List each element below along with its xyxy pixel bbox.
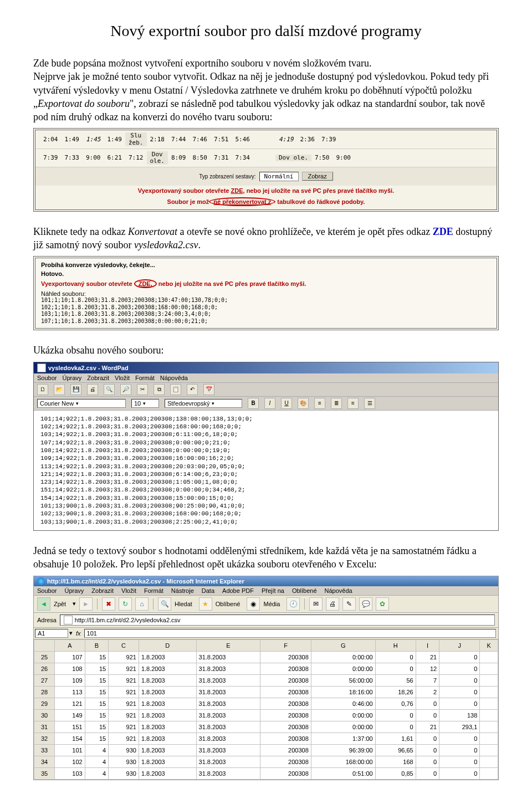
wordpad-editor[interactable]: 101;14;922;1.8.2003;31.8.2003;200308;138… xyxy=(34,411,498,530)
cell[interactable]: 1,61 xyxy=(375,733,416,744)
name-box[interactable]: A1 xyxy=(35,629,68,638)
favorites-label[interactable]: Oblíbené xyxy=(216,601,241,607)
cell[interactable]: 0 xyxy=(375,651,416,663)
table-row[interactable]: 3510349301.8.200331.8.20032003080:51:000… xyxy=(34,767,498,779)
col-header[interactable]: G xyxy=(311,639,375,651)
table-row[interactable]: 29121159211.8.200331.8.20032003080:46:00… xyxy=(34,698,498,709)
home-button[interactable]: ⌂ xyxy=(135,597,149,611)
copy-icon[interactable]: ⧉ xyxy=(154,384,165,395)
bullets-button[interactable]: ☰ xyxy=(364,398,375,409)
cell[interactable]: 200308 xyxy=(260,663,311,674)
open-icon[interactable]: 📂 xyxy=(54,384,65,395)
cell[interactable]: 200308 xyxy=(260,733,311,744)
back-label[interactable]: Zpět xyxy=(54,601,66,607)
font-name-combo[interactable]: Courier New xyxy=(37,399,126,408)
menu-item[interactable]: Soubor xyxy=(37,587,57,594)
refresh-button[interactable]: ↻ xyxy=(119,597,132,611)
cell[interactable]: 15 xyxy=(85,733,108,744)
cell[interactable]: 4 xyxy=(85,767,108,779)
cell[interactable]: 31.8.2003 xyxy=(196,756,260,767)
cell[interactable] xyxy=(480,767,498,779)
edit-icon[interactable]: ✎ xyxy=(342,597,356,611)
cell[interactable]: 1.8.2003 xyxy=(139,733,196,744)
media-icon[interactable]: ◉ xyxy=(247,597,260,611)
cell[interactable]: 200308 xyxy=(260,698,311,709)
col-header[interactable]: E xyxy=(196,639,260,651)
cell[interactable]: 31.8.2003 xyxy=(196,733,260,744)
cell[interactable]: 0 xyxy=(416,709,439,721)
cell[interactable]: 200308 xyxy=(260,709,311,721)
col-header[interactable]: K xyxy=(480,639,498,651)
cut-icon[interactable]: ✂ xyxy=(137,384,148,395)
cell[interactable]: 0 xyxy=(416,733,439,744)
address-field[interactable]: http://l1.bm.cz/int/d2.2/vysledovka2.csv xyxy=(60,614,495,626)
menu-item[interactable]: Úpravy xyxy=(62,375,81,381)
zde-link[interactable]: ZDE xyxy=(433,226,453,237)
align-left-button[interactable]: ≡ xyxy=(314,398,325,409)
row-header[interactable]: 31 xyxy=(34,721,55,733)
cell[interactable]: 0,76 xyxy=(375,698,416,709)
cell[interactable]: 0 xyxy=(439,767,480,779)
cell[interactable]: 168:00:00 xyxy=(311,756,375,767)
print-icon[interactable]: 🖨 xyxy=(87,384,98,395)
cell[interactable]: 1.8.2003 xyxy=(139,721,196,733)
row-header[interactable]: 32 xyxy=(34,733,55,744)
mail-icon[interactable]: ✉ xyxy=(309,597,323,611)
cell[interactable]: 1.8.2003 xyxy=(139,674,196,686)
table-row[interactable]: 31151159211.8.200331.8.20032003080:00:00… xyxy=(34,721,498,733)
cell[interactable]: 168 xyxy=(375,756,416,767)
cell[interactable]: 103 xyxy=(55,767,85,779)
cell[interactable]: 0:51:00 xyxy=(311,767,375,779)
cell[interactable]: 0 xyxy=(439,744,480,756)
cell[interactable]: 21 xyxy=(416,721,439,733)
cell[interactable]: 31.8.2003 xyxy=(196,698,260,709)
cell[interactable] xyxy=(480,651,498,663)
menu-item[interactable]: Oblíbené xyxy=(292,587,317,594)
cell[interactable] xyxy=(480,674,498,686)
table-row[interactable]: 32154159211.8.200331.8.20032003081:37:00… xyxy=(34,733,498,744)
cell[interactable]: 96,65 xyxy=(375,744,416,756)
cell[interactable]: 0:00:00 xyxy=(311,709,375,721)
cell[interactable]: 1.8.2003 xyxy=(139,767,196,779)
cell[interactable]: 15 xyxy=(85,698,108,709)
cell[interactable]: 0 xyxy=(439,733,480,744)
cell[interactable]: 15 xyxy=(85,663,108,674)
cell[interactable]: 930 xyxy=(109,756,139,767)
open-result-link[interactable]: ZDE, xyxy=(134,279,157,288)
menu-item[interactable]: Zobrazit xyxy=(91,587,114,594)
cell[interactable]: 107 xyxy=(55,651,85,663)
cell[interactable]: 1.8.2003 xyxy=(139,744,196,756)
col-header[interactable]: C xyxy=(109,639,139,651)
cell[interactable]: 0 xyxy=(439,674,480,686)
bold-button[interactable]: B xyxy=(248,398,259,409)
cell[interactable]: 200308 xyxy=(260,686,311,698)
row-header[interactable]: 35 xyxy=(34,767,55,779)
cell[interactable]: 921 xyxy=(109,663,139,674)
cell[interactable]: 31.8.2003 xyxy=(196,744,260,756)
cell[interactable] xyxy=(480,663,498,674)
menu-item[interactable]: Úpravy xyxy=(64,587,84,594)
cell[interactable]: 921 xyxy=(109,674,139,686)
cell[interactable]: 921 xyxy=(109,651,139,663)
cell[interactable]: 930 xyxy=(109,767,139,779)
cell[interactable]: 0 xyxy=(439,698,480,709)
cell[interactable]: 31.8.2003 xyxy=(196,709,260,721)
cell[interactable]: 1.8.2003 xyxy=(139,756,196,767)
cell[interactable]: 7 xyxy=(416,674,439,686)
cell[interactable]: 56 xyxy=(375,674,416,686)
table-row[interactable]: 3410249301.8.200331.8.2003200308168:00:0… xyxy=(34,756,498,767)
cell[interactable]: 1.8.2003 xyxy=(139,686,196,698)
back-dropdown-icon[interactable]: ▾ xyxy=(73,600,76,607)
icq-icon[interactable]: ✿ xyxy=(376,597,389,611)
cell[interactable]: 0 xyxy=(416,744,439,756)
cell[interactable]: 1.8.2003 xyxy=(139,698,196,709)
col-header[interactable]: F xyxy=(260,639,311,651)
cell[interactable]: 138 xyxy=(439,709,480,721)
save-icon[interactable]: 💾 xyxy=(70,384,81,395)
cell[interactable]: 21 xyxy=(416,651,439,663)
cell[interactable]: 121 xyxy=(55,698,85,709)
display-type-value[interactable]: Normální xyxy=(259,172,299,181)
formula-bar[interactable]: 101 xyxy=(84,629,496,638)
row-header[interactable]: 27 xyxy=(34,674,55,686)
cell[interactable]: 0 xyxy=(375,721,416,733)
